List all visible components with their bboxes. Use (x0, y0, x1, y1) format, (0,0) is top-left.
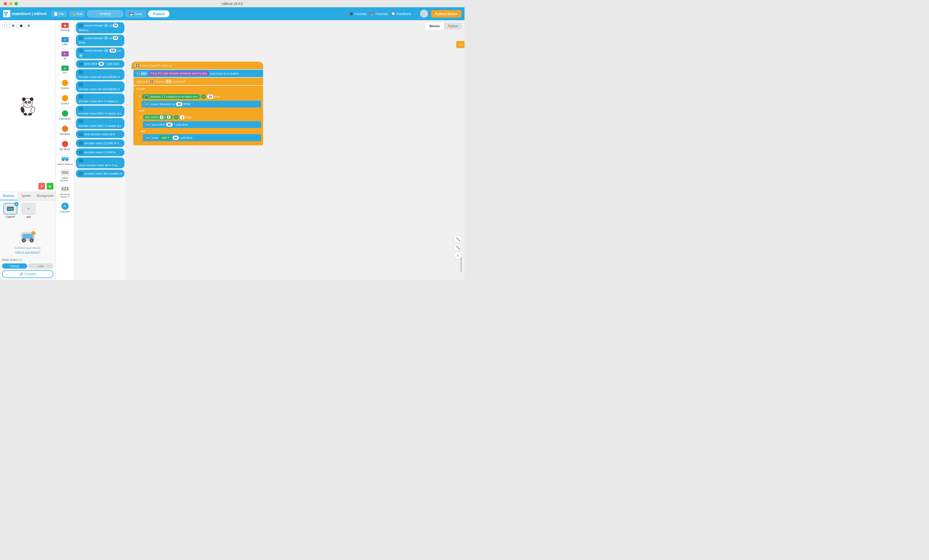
live-mode-button[interactable]: Live (28, 263, 54, 269)
project-title-input[interactable] (87, 10, 123, 17)
turns-left-deg: 90 (166, 122, 172, 127)
svg-point-22 (12, 210, 13, 211)
upload-mode-button[interactable]: Upload (2, 263, 27, 269)
ultrasonic-category[interactable]: Ultrasonic Sensor 2 (56, 184, 74, 200)
split-stage-button[interactable]: ⊞ (10, 22, 17, 29)
turns-right-dropdown[interactable]: right ▾ (159, 135, 171, 140)
zoom-out-button[interactable]: 🔍 (454, 244, 461, 251)
wait-until-block[interactable]: wait until 🔲 button B ▾ pressed? (133, 78, 263, 85)
turns-right-suffix: until done (180, 136, 193, 139)
category-myblock[interactable]: My Block (56, 138, 74, 154)
turns-left-icon: 🔲 (146, 123, 150, 126)
moves-forward-block[interactable]: 🔲 moves forward ▾ at 50 RPM (142, 101, 261, 107)
extension-add-button[interactable]: + extension (56, 200, 74, 216)
category-sensing[interactable]: ▣ Sensing (56, 20, 74, 34)
zoom-in-button[interactable]: 🔍 (454, 236, 461, 243)
encoder-icon-4 (78, 107, 83, 110)
category-variables[interactable]: Variables (56, 123, 74, 138)
svg-point-6 (30, 97, 34, 101)
publish-button[interactable]: Publish (148, 10, 170, 17)
turns-left-block[interactable]: 🔲 turns left ▾ 90 ° until done (143, 121, 261, 128)
block-reset-encoder-all[interactable]: reset encoder motor all ▾ ↺ rot... (76, 158, 124, 168)
sprite-tab-bar: Devices Sprites Background (0, 192, 55, 200)
block-moves-forward-cm[interactable]: moves forward ▾ 100 cm ▾ (76, 47, 124, 59)
grid-view-button[interactable]: ⊟ (25, 22, 32, 29)
python-editor-button[interactable]: Python Editor (431, 10, 461, 18)
encoder-icon-3 (78, 95, 83, 98)
feedback-link[interactable]: 💬 Feedback (391, 12, 411, 16)
tab-background[interactable]: Background (35, 192, 55, 200)
block-encoder-all-rotates[interactable]: encoder motor all ▾ ↺ rotates b... (76, 93, 124, 104)
zoom-out-icon: 🔍 (456, 245, 460, 249)
svg-rect-24 (23, 234, 33, 239)
mode-info-icon: ⓘ (19, 258, 22, 262)
blocks-view-button[interactable]: Blocks (425, 23, 444, 29)
if-block-2[interactable]: if pick random 1 to 2 = 1 then (138, 114, 261, 121)
print-block[interactable]: 🔲 print Press B to start obstacle avoida… (133, 70, 263, 77)
tutorials-link[interactable]: 📚 Tutorials (370, 12, 388, 16)
avatar[interactable] (420, 10, 428, 18)
block-encoder-left-wheel-2[interactable]: encoder motor left wheel(EM1) ▾ (76, 81, 124, 92)
ai-icon: AI (61, 51, 69, 57)
window-controls (4, 2, 18, 5)
tab-devices[interactable]: Devices (0, 192, 17, 200)
block-stop-encoder-all[interactable]: stop encoder motor all ▾ (76, 130, 124, 138)
block-encoder-1-em1[interactable]: encoder motor (1) EM1 ▾ (76, 148, 124, 156)
if-label-1: if (139, 95, 141, 98)
turns-right-block[interactable]: 🔲 turns right ▾ 90 until done (143, 134, 261, 141)
maximize-button[interactable] (14, 2, 18, 5)
tab-sprites[interactable]: Sprites (17, 192, 35, 200)
category-lan[interactable]: ≋ LAN (56, 34, 74, 49)
then-label-1: then (215, 95, 220, 98)
stop-button[interactable]: ■ (38, 183, 45, 190)
mbot2-extension-category[interactable]: mBot2 Extensi... (56, 167, 74, 184)
courses-link[interactable]: 🎓 Courses (349, 12, 367, 16)
svg-point-36 (63, 188, 64, 190)
cyberpi-thumb[interactable]: ✕ (3, 203, 17, 214)
block-encoder-em1-rotates-2[interactable]: encoder motor EM1 ↺ rotates at ( (76, 118, 124, 129)
block-encoder-left-wheel[interactable]: encoder motor left wheel(EM1) ▾ (76, 69, 124, 80)
stage-run-controls: ■ ▶ (38, 183, 54, 190)
svg-point-32 (62, 159, 64, 161)
block-encoder-all-enables[interactable]: encoder motor all ▾ enables ▾ (76, 170, 124, 177)
add-device-card: + add (21, 203, 36, 218)
category-ai[interactable]: AI AI (56, 49, 74, 63)
edit-menu-button[interactable]: ✏️ Edit (69, 11, 85, 17)
toolbar-right: 🎓 Courses 📚 Tutorials 💬 Feedback ··· Pyt… (349, 10, 461, 18)
add-device-button[interactable]: + (21, 203, 35, 214)
button-value: B ▾ (165, 79, 172, 84)
block-moves-forward-rpm-dur[interactable]: moves forward ▾ at 50 RPM fo... (76, 22, 124, 34)
if-block-1[interactable]: if 📷 ultrasonic 2 1 ▾ distance to an obj… (136, 93, 261, 100)
mbot2-chassis-category[interactable]: mBot2 Chassis (56, 154, 74, 167)
forever-block-top[interactable]: forever (133, 86, 263, 92)
category-iot[interactable]: ⊕ IoT (56, 63, 74, 77)
block-moves-forward-rpm[interactable]: moves forward ▾ at 50 RPM (76, 35, 124, 46)
scroll-indicator (460, 257, 462, 272)
category-operators[interactable]: Operators (56, 108, 74, 123)
cyberpi-device: ✕ CyberPi (3, 203, 18, 218)
else-block-2: else (138, 129, 261, 134)
block-encoder-1-em1-s[interactable]: encoder motor (1) EM1 ▾ 's... (76, 139, 124, 147)
run-button[interactable]: ▶ (47, 183, 54, 190)
category-events[interactable]: Events (56, 77, 74, 92)
minimize-button[interactable] (9, 2, 12, 5)
hat-block[interactable]: 🔲 when CyberPi starts up (132, 62, 263, 69)
close-button[interactable] (4, 2, 7, 5)
file-menu-button[interactable]: 📄 File (51, 11, 67, 17)
block-encoder-em1-rotates[interactable]: encoder motor EM1 ↺ rotates at ( (76, 106, 124, 116)
expand-stage-button[interactable]: ⛶ (2, 22, 9, 29)
control-icon (62, 95, 68, 101)
connect-button[interactable]: 🔗 Connect (2, 270, 54, 278)
half-stage-button[interactable]: ▣ (18, 22, 25, 29)
save-button[interactable]: 💾 Save (126, 10, 146, 17)
more-menu[interactable]: ··· (414, 12, 417, 16)
else-body: if pick random 1 to 2 = 1 then (138, 114, 261, 141)
device-remove-button[interactable]: ✕ (14, 202, 18, 206)
python-view-button[interactable]: Python (444, 23, 462, 29)
panda-sprite (17, 96, 38, 116)
block-turns-left[interactable]: turns left ▾ 90 ° until done (76, 60, 124, 68)
code-canvas: 🔲 when CyberPi starts up 🔲 print Press B… (126, 20, 464, 280)
svg-point-12 (29, 102, 30, 103)
category-control[interactable]: Control (56, 92, 74, 108)
how-to-link[interactable]: How to use device? (2, 251, 54, 254)
